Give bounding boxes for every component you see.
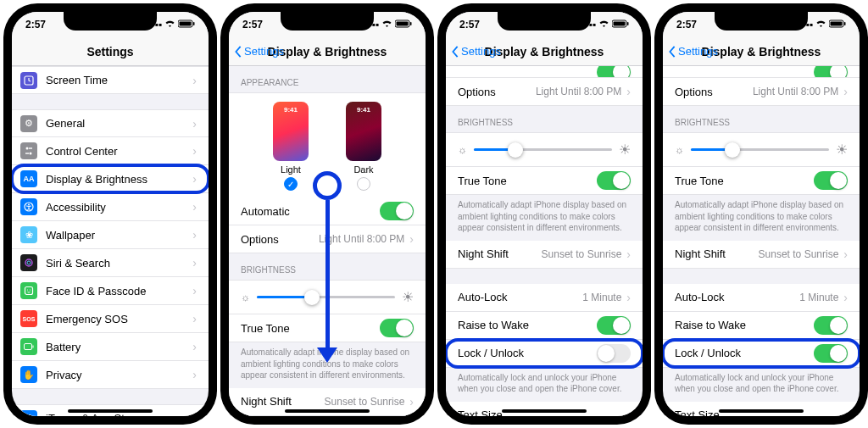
row-night-shift[interactable]: Night Shift Sunset to Sunrise › bbox=[446, 241, 643, 269]
settings-list[interactable]: Screen Time › ⚙ General › Control Center… bbox=[12, 66, 209, 416]
home-indicator[interactable] bbox=[502, 409, 587, 413]
page-title: Display & Brightness bbox=[702, 45, 821, 58]
svg-point-14 bbox=[30, 289, 31, 290]
sun-small-icon: ☼ bbox=[241, 292, 250, 303]
row-accessibility[interactable]: Accessibility › bbox=[12, 193, 209, 221]
home-indicator[interactable] bbox=[68, 409, 153, 413]
chevron-right-icon: › bbox=[192, 74, 197, 87]
row-lock-unlock[interactable]: Lock / Unlock bbox=[663, 340, 860, 368]
wifi-icon bbox=[381, 19, 392, 31]
chevron-right-icon: › bbox=[843, 85, 848, 98]
row-raise-to-wake[interactable]: Raise to Wake bbox=[663, 312, 860, 340]
row-faceid[interactable]: Face ID & Passcode › bbox=[12, 277, 209, 305]
row-options[interactable]: Options Light Until 8:00 PM › bbox=[446, 78, 643, 106]
toggle-raise-to-wake[interactable] bbox=[814, 316, 848, 335]
svg-rect-29 bbox=[831, 22, 843, 26]
row-true-tone[interactable]: True Tone bbox=[446, 167, 643, 195]
row-true-tone[interactable]: True Tone bbox=[229, 314, 426, 342]
brightness-slider[interactable]: ☼ ☀ bbox=[446, 132, 643, 167]
row-automatic[interactable]: Automatic bbox=[229, 197, 426, 225]
row-auto-lock[interactable]: Auto-Lock 1 Minute › bbox=[446, 284, 643, 312]
sun-large-icon: ☀ bbox=[619, 142, 631, 158]
row-raise-to-wake[interactable]: Raise to Wake bbox=[446, 312, 643, 340]
display-settings[interactable]: APPEARANCE 9:41 Light ✓ 9:41 Dark Au bbox=[229, 66, 426, 416]
appearance-selector: 9:41 Light ✓ 9:41 Dark bbox=[229, 92, 426, 197]
chevron-right-icon: › bbox=[843, 409, 848, 417]
svg-rect-24 bbox=[410, 22, 412, 25]
status-time: 2:57 bbox=[459, 19, 480, 31]
svg-point-11 bbox=[27, 261, 31, 264]
slider-knob[interactable] bbox=[304, 290, 320, 305]
brightness-slider[interactable]: ☼ ☀ bbox=[663, 132, 860, 167]
chevron-right-icon: › bbox=[192, 172, 197, 186]
status-time: 2:57 bbox=[676, 19, 697, 31]
toggle-true-tone[interactable] bbox=[814, 171, 848, 190]
battery-icon bbox=[612, 19, 629, 31]
toggle-true-tone[interactable] bbox=[380, 319, 414, 337]
row-display-brightness[interactable]: AA Display & Brightness › bbox=[12, 165, 209, 193]
row-siri[interactable]: Siri & Search › bbox=[12, 249, 209, 277]
toggle-lock-unlock[interactable] bbox=[597, 344, 631, 363]
row-control-center[interactable]: Control Center › bbox=[12, 137, 209, 165]
slider-knob[interactable] bbox=[508, 142, 523, 158]
theme-light[interactable]: 9:41 Light ✓ bbox=[273, 102, 309, 191]
nav-bar: Settings Display & Brightness bbox=[663, 37, 860, 66]
chevron-right-icon: › bbox=[192, 256, 197, 270]
display-settings-scrolled[interactable]: Options Light Until 8:00 PM › BRIGHTNESS… bbox=[446, 66, 643, 416]
theme-preview-dark: 9:41 bbox=[346, 102, 381, 161]
row-auto-lock[interactable]: Auto-Lock 1 Minute › bbox=[663, 284, 860, 312]
toggle-true-tone[interactable] bbox=[597, 171, 631, 190]
battery-icon bbox=[829, 19, 846, 31]
screen-time-icon bbox=[20, 72, 37, 89]
chevron-right-icon: › bbox=[192, 368, 197, 381]
lock-unlock-footer: Automatically lock and unlock your iPhon… bbox=[663, 368, 860, 402]
toggle-raise-to-wake[interactable] bbox=[597, 316, 631, 335]
true-tone-footer: Automatically adapt iPhone display based… bbox=[229, 342, 426, 388]
theme-dark[interactable]: 9:41 Dark bbox=[346, 102, 381, 191]
phone-frame-1: 2:57 ▪▪▪▪ Settings Screen Time bbox=[3, 3, 217, 425]
row-battery[interactable]: Battery › bbox=[12, 333, 209, 361]
wifi-icon bbox=[815, 19, 826, 31]
phone-frame-2: 2:57 ▪▪▪▪ Settings Display & Brightness … bbox=[220, 3, 434, 425]
row-lock-unlock[interactable]: Lock / Unlock bbox=[446, 340, 643, 368]
appearance-header: APPEARANCE bbox=[229, 66, 426, 92]
back-button[interactable]: Settings bbox=[668, 45, 718, 58]
sun-small-icon: ☼ bbox=[675, 144, 684, 156]
toggle-partial[interactable] bbox=[814, 66, 848, 78]
row-privacy[interactable]: ✋ Privacy › bbox=[12, 361, 209, 389]
brightness-slider[interactable]: ☼ ☀ bbox=[229, 280, 426, 314]
wifi-icon bbox=[164, 19, 175, 31]
row-wallpaper[interactable]: ❀ Wallpaper › bbox=[12, 221, 209, 249]
svg-point-17 bbox=[25, 414, 33, 417]
back-button[interactable]: Settings bbox=[451, 45, 501, 58]
row-options[interactable]: Options Light Until 8:00 PM › bbox=[229, 225, 426, 253]
home-indicator[interactable] bbox=[285, 409, 370, 413]
row-screen-time[interactable]: Screen Time › bbox=[12, 66, 209, 94]
home-indicator[interactable] bbox=[719, 409, 804, 413]
svg-point-13 bbox=[27, 289, 28, 290]
row-night-shift[interactable]: Night Shift Sunset to Sunrise › bbox=[663, 241, 860, 269]
screen: 2:57 ▪▪▪▪ Settings Display & Brightness … bbox=[663, 12, 860, 416]
toggle-partial[interactable] bbox=[597, 66, 631, 78]
screen: 2:57 ▪▪▪▪ Settings Display & Brightness … bbox=[446, 12, 643, 416]
page-title: Settings bbox=[86, 45, 133, 58]
phone-frame-3: 2:57 ▪▪▪▪ Settings Display & Brightness … bbox=[437, 3, 651, 425]
notch bbox=[281, 12, 374, 31]
slider-knob[interactable] bbox=[725, 142, 740, 158]
brightness-header: BRIGHTNESS bbox=[663, 106, 860, 132]
row-general[interactable]: ⚙ General › bbox=[12, 109, 209, 137]
row-options[interactable]: Options Light Until 8:00 PM › bbox=[663, 78, 860, 106]
chevron-right-icon: › bbox=[192, 284, 197, 297]
nav-bar: Settings Display & Brightness bbox=[446, 37, 643, 66]
chevron-right-icon: › bbox=[192, 412, 197, 417]
page-title: Display & Brightness bbox=[268, 45, 387, 58]
sun-large-icon: ☀ bbox=[402, 289, 414, 305]
row-true-tone[interactable]: True Tone bbox=[663, 167, 860, 195]
toggle-lock-unlock[interactable] bbox=[814, 344, 848, 363]
notch bbox=[64, 12, 157, 31]
toggle-automatic[interactable] bbox=[380, 202, 414, 220]
row-emergency[interactable]: SOS Emergency SOS › bbox=[12, 305, 209, 333]
accessibility-icon bbox=[20, 198, 37, 215]
display-settings-scrolled[interactable]: Options Light Until 8:00 PM › BRIGHTNESS… bbox=[663, 66, 860, 416]
back-button[interactable]: Settings bbox=[234, 45, 284, 58]
